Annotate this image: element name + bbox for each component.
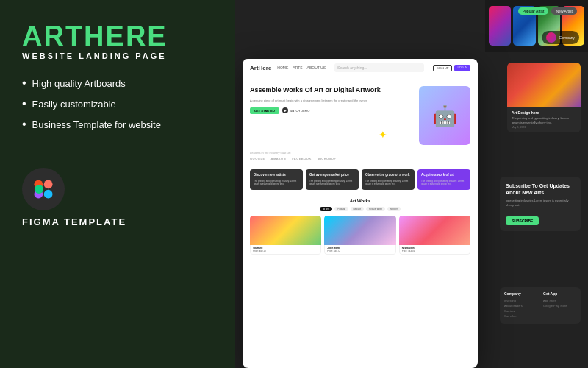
svg-rect-1 <box>44 180 53 188</box>
figma-label: FIGMA TEMPLATE <box>22 216 126 227</box>
trusted-microsoft: MICROSOFT <box>318 157 339 160</box>
artwork-image-3 <box>399 216 470 245</box>
info-card-highlighted: Acquire a work of art The printing and t… <box>417 169 470 190</box>
footer-link-googleplay[interactable]: Google Play Store <box>543 304 576 308</box>
star-decoration: ✦ <box>379 129 387 141</box>
mockup-artworks-section: Art Works All Arts Popular New Art Popul… <box>243 194 478 262</box>
brand-subtitle: WEBSITE LANDING PAGE <box>22 52 213 60</box>
website-mockup: ArtHere HOME ARTS ABOUT US Search anythi… <box>243 59 478 368</box>
feature-item-1: High quality Artboards <box>22 77 213 90</box>
mockup-hero-buttons: GET STARTED ▶ WATCH DEMO <box>250 107 413 114</box>
card-4-text: The printing and typesetting industry. L… <box>421 180 467 186</box>
feature-item-2: Easily customizable <box>22 97 213 110</box>
mockup-hero-image: 🤖 <box>419 86 470 145</box>
card-1-title: Discover new artists <box>254 173 299 177</box>
artworks-section-title: Art Works <box>250 199 470 203</box>
footer-link-carriers[interactable]: Carriers <box>504 309 537 313</box>
artwork-meta-2: Juten Monte Price: $40.72 <box>324 245 395 255</box>
mockup-get-started-btn[interactable]: GET STARTED <box>250 107 279 114</box>
trusted-facebook: FACEBOOK <box>292 157 312 160</box>
deco-art-meta: Art Design here The printing and typeset… <box>507 107 581 132</box>
artwork-meta-1: Vdumshe Price: $40.18 <box>250 245 321 255</box>
subscribe-title: Subscribe To Get Updates About New Arts <box>506 183 575 196</box>
trusted-google: GOOGLE <box>250 157 265 160</box>
mockup-hero: Assemble Works Of Art or Digital Artwork… <box>243 77 478 151</box>
svg-rect-3 <box>44 190 53 199</box>
mockup-watch-demo-btn[interactable]: ▶ WATCH DEMO <box>282 107 309 114</box>
search-placeholder: Search anything... <box>337 66 367 70</box>
tag-popular-artist[interactable]: Popular Artist <box>366 207 385 211</box>
nav-link-home: HOME <box>277 66 288 70</box>
nav-link-about: ABOUT US <box>307 66 326 70</box>
tag-all-arts[interactable]: All Arts <box>320 207 332 211</box>
footer-link-about[interactable]: About leaders <box>504 304 537 308</box>
top-gallery: Company Popular Artist New Artist <box>485 0 588 52</box>
top-badges: Popular Artist New Artist <box>518 7 577 15</box>
figma-logo <box>22 168 65 210</box>
card-1-text: The printing and typesetting industry. L… <box>254 180 299 186</box>
mockup-trusted-section: Leaders in the industry trust us: GOOGLE… <box>243 151 478 165</box>
artwork-price-2: Price: $40.72 <box>327 250 392 252</box>
nav-link-arts: ARTS <box>293 66 302 70</box>
footer-col-app: Get App App Store Google Play Store <box>543 291 576 319</box>
artwork-price-1: Price: $40.18 <box>253 250 318 252</box>
footer-link-other[interactable]: Our other <box>504 314 537 318</box>
deco-art-date: May 6, 2023 <box>512 126 576 129</box>
card-2-text: The printing and typesetting industry. L… <box>309 180 355 186</box>
features-list: High quality Artboards Easily customizab… <box>22 77 213 138</box>
avatar-name: Company <box>559 35 575 40</box>
badge-new-artist: New Artist <box>551 7 577 15</box>
info-card-2: Get average market price The printing an… <box>306 169 359 190</box>
footer-col-company: Company Investing About leaders Carriers… <box>504 291 537 319</box>
deco-art-card: Art Design here The printing and typeset… <box>507 63 581 132</box>
artwork-item-3[interactable]: Nesha John Price: $43.09 <box>399 216 470 255</box>
artwork-item-1[interactable]: Vdumshe Price: $40.18 <box>250 216 321 255</box>
feature-item-3: Business Template for website <box>22 118 213 131</box>
footer-link-investing[interactable]: Investing <box>504 299 537 302</box>
trusted-amazon: AMAZON <box>271 157 287 160</box>
artworks-grid: Vdumshe Price: $40.18 Juten Monte Price:… <box>250 216 470 255</box>
artwork-price-3: Price: $43.09 <box>402 250 467 252</box>
footer-link-appstore[interactable]: App Store <box>543 299 576 302</box>
trusted-label: Leaders in the industry trust us: <box>250 151 470 155</box>
avatar-image <box>546 32 556 43</box>
mockup-nav-links: HOME ARTS ABOUT US <box>277 66 326 70</box>
info-card-3: Observe the grade of a work The printing… <box>362 169 415 190</box>
gallery-artist-avatar: Company <box>542 31 579 44</box>
deco-footer-card: Company Investing About leaders Carriers… <box>500 287 581 324</box>
robot-illustration: 🤖 <box>419 86 470 145</box>
mockup-hero-desc: A genuine piece of art must begin with a… <box>250 99 413 103</box>
left-panel: ARTHERE WEBSITE LANDING PAGE High qualit… <box>0 0 235 368</box>
artwork-item-2[interactable]: Juten Monte Price: $40.72 <box>324 216 395 255</box>
card-3-title: Observe the grade of a work <box>365 173 411 177</box>
art-filter-tags: All Arts Popular New Art Popular Artist … <box>250 207 470 211</box>
mockup-search[interactable]: Search anything... <box>334 63 424 72</box>
center-panel: Company Popular Artist New Artist ArtHer… <box>235 0 588 368</box>
artwork-meta-3: Nesha John Price: $43.09 <box>399 245 470 255</box>
info-card-1: Discover new artists The printing and ty… <box>250 169 303 190</box>
deco-art-text: The printing and typesetting industry. L… <box>512 116 576 124</box>
svg-point-4 <box>35 185 43 194</box>
mockup-nav-buttons: SIGN UP LOG IN <box>433 65 470 71</box>
brand-name: ARTHERE <box>22 22 213 50</box>
mockup-signup-btn[interactable]: SIGN UP <box>433 65 452 71</box>
mockup-login-btn[interactable]: LOG IN <box>454 65 470 71</box>
mockup-navbar: ArtHere HOME ARTS ABOUT US Search anythi… <box>243 59 478 77</box>
mockup-logo: ArtHere <box>250 65 271 71</box>
tag-modern[interactable]: Modern <box>387 207 401 211</box>
subscribe-button[interactable]: SUBSCRIBE <box>506 216 539 225</box>
tag-popular[interactable]: Popular <box>334 207 348 211</box>
deco-art-title: Art Design here <box>512 110 576 115</box>
mockup-hero-left: Assemble Works Of Art or Digital Artwork… <box>250 86 413 114</box>
mockup-info-cards: Discover new artists The printing and ty… <box>243 165 478 194</box>
tag-new-art[interactable]: New Art <box>351 207 365 211</box>
card-4-title: Acquire a work of art <box>421 173 467 177</box>
artwork-image-1 <box>250 216 321 245</box>
card-2-title: Get average market price <box>309 173 355 177</box>
deco-art-image <box>507 63 581 107</box>
gallery-thumb-1 <box>489 6 511 46</box>
card-3-text: The printing and typesetting industry. L… <box>365 180 411 186</box>
trusted-logos: GOOGLE AMAZON FACEBOOK MICROSOFT <box>250 157 470 160</box>
artwork-image-2 <box>324 216 395 245</box>
mockup-hero-title: Assemble Works Of Art or Digital Artwork <box>250 86 413 95</box>
